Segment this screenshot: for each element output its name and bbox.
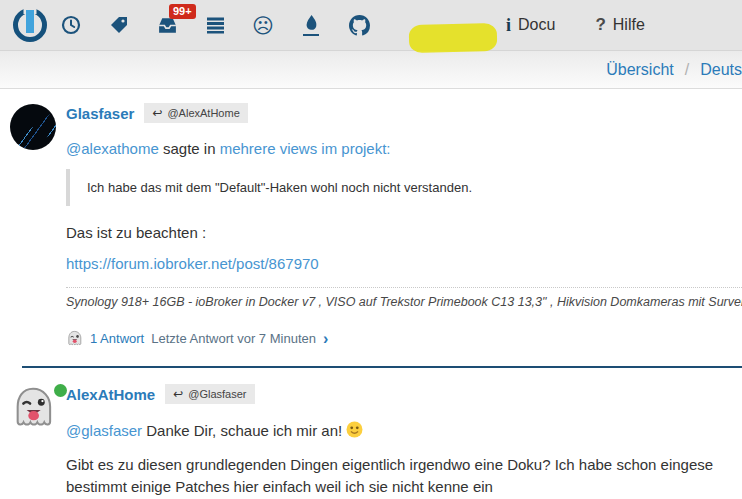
ghost-avatar-image bbox=[10, 385, 56, 431]
unread-inbox-button[interactable]: 99+ bbox=[143, 0, 191, 50]
username-link[interactable]: Glasfaser bbox=[66, 105, 134, 122]
avatar-alexathome[interactable] bbox=[10, 385, 56, 431]
frown-face-icon: ☹ bbox=[252, 15, 274, 36]
avatar-glasfaser[interactable] bbox=[10, 104, 56, 150]
breadcrumb-separator: / bbox=[685, 61, 689, 79]
mention-link[interactable]: @glasfaser bbox=[66, 422, 142, 439]
post-alexathome: AlexAtHome ↩ @Glasfaser @glasfaser Danke… bbox=[0, 383, 742, 498]
docu-menu-item[interactable]: i Docu bbox=[401, 0, 565, 50]
topic-link[interactable]: mehrere views im projekt: bbox=[220, 140, 391, 157]
iobroker-logo[interactable] bbox=[13, 8, 47, 42]
reply-arrow-icon: ↩ bbox=[152, 107, 162, 119]
tag-icon bbox=[109, 15, 129, 35]
body-line-2: bestimmt einige Patches hier einfach wei… bbox=[66, 476, 742, 498]
info-icon: i bbox=[506, 15, 511, 36]
intro-text: sagte in bbox=[159, 140, 220, 157]
post-intro-line: @alexathome sagte in mehrere views im pr… bbox=[66, 140, 742, 157]
body-line-1: Gibt es zu diesen grundlegenden Dingen e… bbox=[66, 454, 742, 476]
replied-to-badge[interactable]: ↩ @AlexAtHome bbox=[144, 103, 247, 123]
tags-button[interactable] bbox=[95, 0, 143, 50]
post-header: AlexAtHome ↩ @Glasfaser bbox=[66, 383, 742, 405]
online-status-dot bbox=[54, 104, 56, 116]
replies-toggle-row[interactable]: 1 Antwort Letzte Antwort vor 7 Minuten › bbox=[66, 330, 742, 347]
reply-arrow-icon: ↩ bbox=[173, 388, 183, 400]
question-icon: ? bbox=[595, 15, 605, 35]
post-glasfaser: Glasfaser ↩ @AlexAtHome @alexathome sagt… bbox=[0, 102, 742, 347]
breadcrumb: Übersicht / Deuts bbox=[0, 51, 742, 89]
replied-to-badge[interactable]: ↩ @Glasfaser bbox=[165, 384, 254, 404]
ghost-mini-avatar bbox=[66, 330, 83, 347]
forum-page: 99+ ☹ bbox=[0, 0, 742, 499]
help-label: Hilfe bbox=[613, 16, 645, 34]
recent-button[interactable] bbox=[47, 0, 95, 50]
logo-bar-icon bbox=[26, 10, 34, 33]
replied-to-user: @AlexAtHome bbox=[167, 107, 239, 119]
popular-button[interactable] bbox=[287, 0, 335, 50]
docu-label: Docu bbox=[518, 16, 555, 34]
clock-icon bbox=[61, 15, 81, 35]
post-header: Glasfaser ↩ @AlexAtHome bbox=[66, 102, 742, 124]
quoted-text: Ich habe das mit dem "Default"-Haken woh… bbox=[66, 169, 742, 206]
post-body: Gibt es zu diesen grundlegenden Dingen e… bbox=[66, 454, 742, 498]
unsolved-button[interactable]: ☹ bbox=[239, 0, 287, 50]
last-reply-time: Letzte Antwort vor 7 Minuten bbox=[151, 331, 316, 346]
top-navbar: 99+ ☹ bbox=[0, 0, 742, 51]
post-url-link[interactable]: https://forum.iobroker.net/post/867970 bbox=[66, 255, 319, 272]
list-icon bbox=[206, 16, 225, 34]
online-status-dot bbox=[54, 384, 67, 397]
replied-to-user: @Glasfaser bbox=[188, 388, 246, 400]
breadcrumb-overview-link[interactable]: Übersicht bbox=[606, 61, 674, 79]
categories-button[interactable] bbox=[191, 0, 239, 50]
breadcrumb-category-link[interactable]: Deuts bbox=[700, 61, 742, 79]
yellow-marker-highlight bbox=[409, 23, 498, 53]
username-link[interactable]: AlexAtHome bbox=[66, 386, 155, 403]
replies-count-link[interactable]: 1 Antwort bbox=[90, 331, 144, 346]
smiley-icon bbox=[346, 421, 363, 438]
mention-link[interactable]: @alexathome bbox=[66, 140, 159, 157]
chevron-right-icon[interactable]: › bbox=[323, 331, 328, 347]
post-divider bbox=[22, 366, 742, 368]
github-icon bbox=[349, 15, 370, 36]
fiber-avatar-image bbox=[10, 104, 56, 150]
post-note: Das ist zu beachten : bbox=[66, 224, 742, 241]
navbar-icons: 99+ ☹ bbox=[47, 0, 383, 50]
post-intro-line: @glasfaser Danke Dir, schaue ich mir an! bbox=[66, 421, 742, 439]
help-menu-item[interactable]: ? Hilfe bbox=[585, 0, 654, 50]
user-signature: Synology 918+ 16GB - ioBroker in Docker … bbox=[66, 287, 742, 309]
intro-text: Danke Dir, schaue ich mir an! bbox=[142, 422, 342, 439]
github-button[interactable] bbox=[335, 0, 383, 50]
flame-icon bbox=[303, 14, 320, 36]
